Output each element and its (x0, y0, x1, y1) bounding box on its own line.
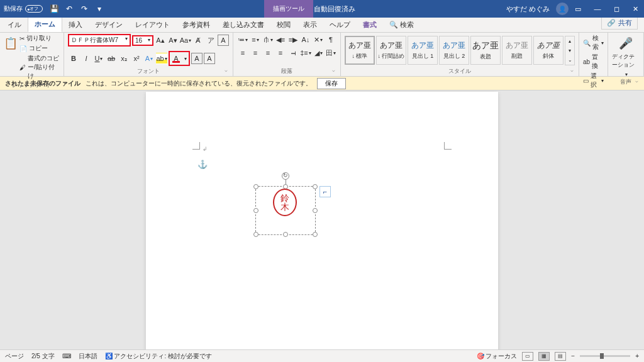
font-size-combo[interactable]: 16▾ (132, 35, 153, 46)
tab-layout[interactable]: レイアウト (129, 18, 176, 32)
layout-options-button[interactable]: ⌐ (319, 186, 331, 197)
highlight-icon[interactable]: ab▾ (156, 53, 167, 64)
resize-handle[interactable] (253, 232, 258, 237)
focus-mode-button[interactable]: 🎯 フォーカス (477, 352, 518, 361)
copy-button[interactable]: 📄 コピー (19, 44, 60, 53)
view-print-icon[interactable]: ▦ (538, 352, 550, 361)
style-normal[interactable]: あア亜↓ 標準 (345, 36, 375, 65)
resize-handle[interactable] (313, 184, 318, 189)
tab-home[interactable]: ホーム (28, 16, 62, 32)
underline-button[interactable]: U▾ (93, 53, 104, 64)
resize-handle[interactable] (253, 208, 258, 213)
cut-button[interactable]: ✂ 切り取り (19, 34, 60, 43)
italic-button[interactable]: I (80, 53, 92, 64)
replace-button[interactable]: ab 置換 (583, 53, 604, 70)
increase-indent-icon[interactable]: ≡▶ (287, 34, 299, 45)
grow-font-icon[interactable]: A▴ (155, 35, 166, 46)
resize-handle[interactable] (283, 232, 288, 237)
zoom-out-button[interactable]: − (571, 353, 575, 359)
superscript-button[interactable]: x² (131, 53, 142, 64)
rotate-handle[interactable] (282, 172, 289, 180)
distribute-icon[interactable]: ⫤ (287, 47, 299, 58)
redo-icon[interactable]: ↷ (79, 4, 89, 14)
view-read-icon[interactable]: ▭ (522, 352, 533, 361)
shrink-font-icon[interactable]: A▾ (167, 35, 179, 46)
shading-icon[interactable]: ◢▾ (313, 47, 324, 58)
sort-icon[interactable]: A↓ (300, 34, 311, 45)
show-marks-icon[interactable]: ¶ (325, 34, 336, 45)
view-web-icon[interactable]: ▤ (555, 352, 566, 361)
anchor-icon[interactable]: ⚓ (197, 160, 208, 169)
keyboard-icon[interactable]: ⌨ (62, 353, 71, 359)
stamp-oval[interactable]: 鈴 木 (273, 189, 297, 216)
style-subtitle[interactable]: あア亜副題 (502, 36, 532, 65)
enclose-char-icon[interactable]: A (218, 35, 229, 46)
align-left-icon[interactable]: ≡ (237, 47, 248, 58)
font-name-combo[interactable]: ＤＦＰ行書体W7▾ (68, 34, 131, 47)
tab-mailings[interactable]: 差し込み文書 (216, 18, 270, 32)
search-box[interactable]: 🔍 検索 (383, 18, 420, 32)
save-icon[interactable]: 💾 (49, 4, 59, 14)
tab-help[interactable]: ヘルプ (323, 18, 357, 32)
qat-dropdown-icon[interactable]: ▾ (94, 4, 104, 14)
undo-icon[interactable]: ↶ (64, 4, 74, 14)
resize-handle[interactable] (313, 232, 318, 237)
format-painter-button[interactable]: 🖌 書式のコピー/貼り付け (19, 54, 60, 80)
resize-handle[interactable] (253, 184, 258, 189)
style-nospacing[interactable]: あア亜↓ 行間詰め (376, 36, 406, 65)
char-shading-icon[interactable]: A (191, 53, 203, 64)
multilevel-icon[interactable]: ⫛▾ (262, 34, 274, 45)
find-button[interactable]: 🔍 検索 ▾ (583, 34, 604, 52)
document-canvas[interactable]: ↲ ⚓ 鈴 木 ⌐ (0, 90, 644, 349)
char-border-icon[interactable]: A (204, 53, 215, 64)
decrease-indent-icon[interactable]: ◀≡ (275, 34, 286, 45)
strike-button[interactable]: ab (106, 53, 117, 64)
line-spacing-icon[interactable]: ‡≡▾ (300, 47, 311, 58)
style-heading1[interactable]: あア亜見出し 1 (408, 36, 438, 65)
tab-view[interactable]: 表示 (297, 18, 323, 32)
justify-icon[interactable]: ≡ (275, 47, 286, 58)
text-effects-icon[interactable]: A▾ (143, 53, 155, 64)
minimize-button[interactable]: — (592, 5, 602, 13)
tab-format[interactable]: 書式 (357, 18, 383, 32)
styles-more[interactable]: ▴▾⌄ (565, 36, 575, 65)
autosave-toggle[interactable]: 動保存 ● オフ (4, 4, 43, 13)
status-wordcount[interactable]: 2/5 文字 (31, 352, 55, 361)
tab-design[interactable]: デザイン (89, 18, 129, 32)
info-bar-save-button[interactable]: 保存 (317, 78, 346, 89)
maximize-button[interactable]: ◻ (611, 5, 621, 13)
align-center-icon[interactable]: ≡ (250, 47, 261, 58)
tab-review[interactable]: 校閲 (270, 18, 297, 32)
status-language[interactable]: 日本語 (79, 352, 97, 361)
user-avatar-icon[interactable]: 👤 (556, 3, 569, 15)
bold-button[interactable]: B (68, 53, 79, 64)
clear-format-icon[interactable]: A̸ (192, 35, 204, 46)
close-button[interactable]: ✕ (630, 5, 640, 13)
paste-button[interactable]: 📋 (4, 34, 18, 50)
style-emphasis[interactable]: あア亜斜体 (533, 36, 564, 65)
borders-icon[interactable]: 田▾ (325, 47, 336, 58)
page[interactable]: ↲ ⚓ 鈴 木 ⌐ (146, 92, 498, 349)
font-color-button[interactable]: A (170, 53, 182, 64)
selected-shape[interactable]: 鈴 木 ⌐ (255, 172, 316, 235)
zoom-slider[interactable] (580, 355, 630, 357)
change-case-icon[interactable]: Aa▾ (180, 35, 191, 46)
style-title[interactable]: あア亜表題 (470, 36, 501, 65)
tab-file[interactable]: イル (1, 18, 28, 32)
font-color-dropdown[interactable]: ▾ (182, 53, 188, 64)
dictate-button[interactable]: 🎤 ディクテーション ▾ (612, 34, 640, 77)
numbering-icon[interactable]: ≡▾ (250, 34, 261, 45)
phonetic-guide-icon[interactable]: ア (205, 35, 216, 46)
tab-references[interactable]: 参考資料 (176, 18, 216, 32)
status-accessibility[interactable]: ♿ アクセシビリティ: 検討が必要です (105, 352, 212, 361)
status-page[interactable]: ページ (5, 352, 24, 361)
select-button[interactable]: ▭ 選択 ▾ (583, 72, 604, 89)
tab-insert[interactable]: 挿入 (62, 18, 89, 32)
resize-handle[interactable] (313, 208, 318, 213)
align-right-icon[interactable]: ≡ (262, 47, 274, 58)
asian-layout-icon[interactable]: ✕▾ (313, 34, 324, 45)
ribbon-options-icon[interactable]: ▭ (575, 5, 581, 13)
bullets-icon[interactable]: ≔▾ (237, 34, 248, 45)
subscript-button[interactable]: x₂ (118, 53, 130, 64)
zoom-in-button[interactable]: + (635, 353, 639, 359)
